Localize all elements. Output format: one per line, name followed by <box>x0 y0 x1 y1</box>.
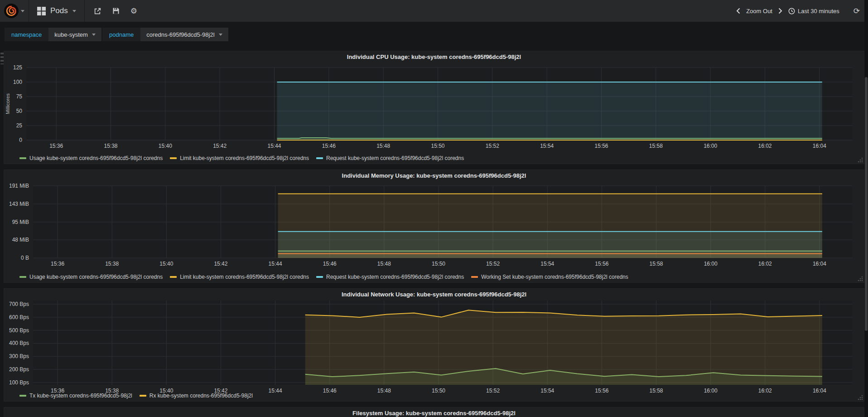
legend-item[interactable]: Usage kube-system coredns-695f96dcd5-98j… <box>19 274 163 280</box>
variable-namespace-label: namespace <box>5 28 48 41</box>
legend-label[interactable]: Request kube-system coredns-695f96dcd5-9… <box>326 155 464 161</box>
y-axis-tick-label: 100 <box>13 79 22 85</box>
x-axis-tick-label: 15:46 <box>323 388 337 394</box>
memory-legend: Usage kube-system coredns-695f96dcd5-98j… <box>19 274 636 280</box>
y-axis-tick-label: 200 Bps <box>9 366 29 373</box>
grafana-main-menu[interactable] <box>0 0 29 22</box>
save-icon[interactable] <box>112 7 120 15</box>
cpu-usage-chart: 025507510012515:3615:3815:4015:4215:4415… <box>4 51 865 165</box>
legend-label[interactable]: Request kube-system coredns-695f96dcd5-9… <box>326 274 464 280</box>
x-axis-tick-label: 15:52 <box>486 261 500 267</box>
variable-podname: podname coredns-695f96dcd5-98j2l <box>102 28 228 41</box>
y-axis-tick-label: 125 <box>13 64 22 71</box>
x-axis-tick-label: 16:00 <box>704 388 718 394</box>
chevron-down-icon <box>92 34 96 36</box>
legend-label[interactable]: Rx kube-system coredns-695f96dcd5-98j2l <box>149 393 253 399</box>
page-scrollbar <box>864 0 868 417</box>
share-icon[interactable] <box>94 7 101 15</box>
scrollbar-thumb[interactable] <box>865 77 868 331</box>
y-axis-tick-label: 50 <box>16 108 23 114</box>
x-axis-tick-label: 15:56 <box>595 388 608 394</box>
panel-resize-handle[interactable] <box>857 157 863 162</box>
panel-title-filesystem[interactable]: Filesystem Usage: kube-system coredns-69… <box>4 410 864 417</box>
legend-color-dash <box>170 276 177 278</box>
dashboard-grid-icon <box>37 7 46 15</box>
legend-label[interactable]: Tx kube-system coredns-695f96dcd5-98j2l <box>29 393 132 399</box>
x-axis-tick-label: 15:50 <box>432 261 445 267</box>
dashboard-picker[interactable]: Pods <box>29 0 85 22</box>
y-axis-tick-label: 75 <box>16 93 23 100</box>
legend-item[interactable]: Limit kube-system coredns-695f96dcd5-98j… <box>170 155 309 161</box>
variable-podname-label: podname <box>102 28 140 41</box>
variable-namespace-value[interactable]: kube-system <box>48 28 101 41</box>
x-axis-tick-label: 15:44 <box>267 143 281 149</box>
x-axis-tick-label: 15:44 <box>269 388 282 394</box>
x-axis-tick-label: 15:54 <box>540 143 554 149</box>
settings-gear-icon[interactable]: ⚙ <box>130 7 137 15</box>
x-axis-tick-label: 16:02 <box>758 388 772 394</box>
x-axis-tick-label: 15:48 <box>377 388 391 394</box>
x-axis-tick-label: 15:36 <box>51 261 64 267</box>
x-axis-tick-label: 15:36 <box>49 143 63 149</box>
x-axis-tick-label: 15:50 <box>432 388 445 394</box>
zoom-out-button[interactable]: Zoom Out <box>746 8 772 15</box>
x-axis-tick-label: 16:04 <box>813 388 826 394</box>
legend-item[interactable]: Request kube-system coredns-695f96dcd5-9… <box>316 274 464 280</box>
legend-label[interactable]: Limit kube-system coredns-695f96dcd5-98j… <box>180 274 309 280</box>
series-fill <box>277 82 822 140</box>
dashboard-title: Pods <box>50 6 68 15</box>
y-axis-tick-label: 700 Bps <box>9 301 29 307</box>
legend-item[interactable]: Rx kube-system coredns-695f96dcd5-98j2l <box>140 393 253 399</box>
top-navbar: Pods ⚙ Zoom Out <box>0 0 868 22</box>
x-axis-tick-label: 15:40 <box>159 143 172 149</box>
legend-color-dash <box>316 276 323 278</box>
y-axis-tick-label: 400 Bps <box>9 340 29 346</box>
legend-label[interactable]: Working Set kube-system coredns-695f96dc… <box>481 274 628 280</box>
y-axis-tick-label: 300 Bps <box>9 353 29 359</box>
chevron-down-icon <box>21 10 24 12</box>
legend-color-dash <box>471 276 478 278</box>
legend-item[interactable]: Request kube-system coredns-695f96dcd5-9… <box>316 155 464 161</box>
y-axis-tick-label: 600 Bps <box>9 314 29 320</box>
legend-label[interactable]: Usage kube-system coredns-695f96dcd5-98j… <box>29 274 163 280</box>
refresh-icon[interactable]: ⟳ <box>854 7 860 15</box>
panel-title-cpu[interactable]: Individual CPU Usage: kube-system coredn… <box>4 53 864 60</box>
y-axis-tick-label: 191 MiB <box>9 183 29 189</box>
y-axis-title: Millicores <box>5 93 10 114</box>
x-axis-tick-label: 15:52 <box>486 143 499 149</box>
x-axis-tick-label: 16:00 <box>704 261 718 267</box>
x-axis-tick-label: 15:58 <box>650 388 663 394</box>
time-back-chevron-icon[interactable] <box>736 8 740 14</box>
legend-item[interactable]: Usage kube-system coredns-695f96dcd5-98j… <box>19 155 163 161</box>
x-axis-tick-label: 15:48 <box>376 143 390 149</box>
x-axis-tick-label: 16:04 <box>813 143 826 149</box>
y-axis-tick-label: 100 Bps <box>9 379 29 386</box>
legend-color-dash <box>140 395 146 397</box>
legend-color-dash <box>316 157 323 159</box>
legend-item[interactable]: Tx kube-system coredns-695f96dcd5-98j2l <box>19 393 132 399</box>
x-axis-tick-label: 15:58 <box>650 261 663 267</box>
series-fill <box>278 254 822 258</box>
x-axis-tick-label: 16:02 <box>758 143 772 149</box>
time-range-picker[interactable]: Last 30 minutes <box>788 8 839 15</box>
row-drag-handle[interactable] <box>0 53 4 64</box>
legend-label[interactable]: Limit kube-system coredns-695f96dcd5-98j… <box>180 155 309 161</box>
x-axis-tick-label: 15:54 <box>540 388 554 394</box>
clock-icon <box>788 8 795 15</box>
panel-title-network[interactable]: Individual Network Usage: kube-system co… <box>4 291 864 298</box>
time-forward-chevron-icon[interactable] <box>778 8 782 14</box>
variable-podname-current: coredns-695f96dcd5-98j2l <box>146 31 214 38</box>
legend-item[interactable]: Working Set kube-system coredns-695f96dc… <box>471 274 628 280</box>
panel-filesystem-usage: Filesystem Usage: kube-system coredns-69… <box>4 407 864 417</box>
grafana-dashboard: Pods ⚙ Zoom Out <box>0 0 868 417</box>
legend-label[interactable]: Usage kube-system coredns-695f96dcd5-98j… <box>29 155 163 161</box>
network-legend: Tx kube-system coredns-695f96dcd5-98j2lR… <box>19 393 260 399</box>
panel-resize-handle[interactable] <box>857 394 863 400</box>
y-axis-tick-label: 25 <box>16 122 23 129</box>
panel-title-memory[interactable]: Individual Memory Usage: kube-system cor… <box>4 172 864 179</box>
x-axis-tick-label: 15:46 <box>322 143 336 149</box>
panel-resize-handle[interactable] <box>857 276 863 281</box>
legend-item[interactable]: Limit kube-system coredns-695f96dcd5-98j… <box>170 274 309 280</box>
dashboard-actions: ⚙ <box>85 7 137 15</box>
variable-podname-value[interactable]: coredns-695f96dcd5-98j2l <box>140 28 228 41</box>
